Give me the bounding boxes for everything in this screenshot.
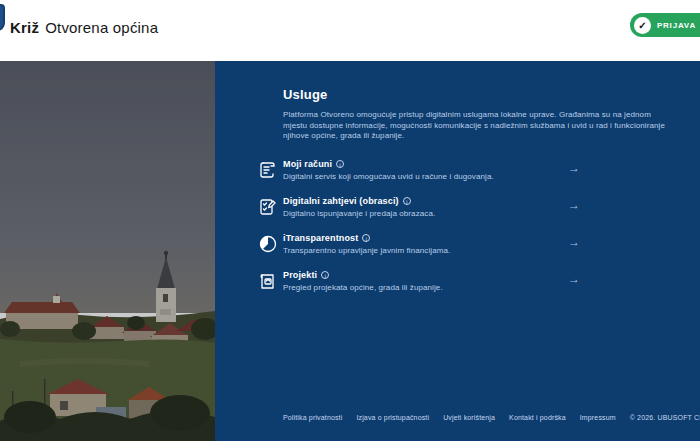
footer-link-impressum[interactable]: Impressum <box>580 414 616 421</box>
info-icon[interactable]: i <box>321 271 329 279</box>
footer-link-uvjeti-koristenja[interactable]: Uvjeti korištenja <box>443 414 495 421</box>
service-body: Projekti i Pregled projekata općine, gra… <box>283 270 443 292</box>
copyright-text: © 2026. UBUSOFT CICOM d.o.o. <box>630 414 700 421</box>
info-icon[interactable]: i <box>336 160 344 168</box>
service-moji-racuni[interactable]: Moji računi i Digitalni servis koji omog… <box>258 159 580 187</box>
footer-link-izjava-o-pristupacnosti[interactable]: Izjava o pristupačnosti <box>356 414 429 421</box>
blueprint-icon <box>258 271 278 291</box>
service-body: Moji računi i Digitalni servis koji omog… <box>283 159 494 181</box>
info-icon[interactable]: i <box>362 234 370 242</box>
form-checklist-icon <box>258 197 278 217</box>
hero-photo-village <box>0 61 215 441</box>
brand-name: Križ <box>10 19 39 36</box>
village-illustration <box>0 61 215 441</box>
info-icon[interactable]: i <box>403 197 411 205</box>
service-itransparentnost[interactable]: iTransparentnost i Transparentno upravlj… <box>258 233 580 261</box>
footer-link-politika-privatnosti[interactable]: Politika privatnosti <box>283 414 342 421</box>
panel-description: Platforma Otvoreno omogućuje pristup dig… <box>283 110 675 142</box>
arrow-right-icon[interactable]: → <box>568 198 580 212</box>
service-title: iTransparentnost <box>283 233 358 243</box>
service-description: Digitalni servis koji omogućava uvid u r… <box>283 172 494 181</box>
pie-chart-icon <box>258 234 278 254</box>
service-description: Digitalno ispunjavanje i predaja obrazac… <box>283 209 435 218</box>
brand[interactable]: Križ Otvorena općina <box>10 19 158 36</box>
check-icon: ✓ <box>634 17 651 34</box>
footer-link-kontakt-i-podrska[interactable]: Kontakt i podrška <box>509 414 566 421</box>
brand-tagline: Otvorena općina <box>45 19 158 36</box>
service-description: Transparentno upravljanje javnim financi… <box>283 246 450 255</box>
top-header: Križ Otvorena općina ✓ PRIJAVA <box>0 0 700 61</box>
arrow-right-icon[interactable]: → <box>568 235 580 249</box>
main-content: Usluge Platforma Otvoreno omogućuje pris… <box>0 61 700 441</box>
service-projekti[interactable]: Projekti i Pregled projekata općine, gra… <box>258 270 580 298</box>
service-title: Projekti <box>283 270 317 280</box>
municipality-logo <box>0 4 5 31</box>
arrow-right-icon[interactable]: → <box>568 161 580 175</box>
panel-title: Usluge <box>283 87 700 102</box>
service-digitalni-zahtjevi[interactable]: Digitalni zahtjevi (obrasci) i Digitalno… <box>258 196 580 224</box>
service-description: Pregled projekata općine, grada ili župa… <box>283 283 443 292</box>
arrow-right-icon[interactable]: → <box>568 272 580 286</box>
service-title: Digitalni zahtjevi (obrasci) <box>283 196 399 206</box>
services-list: Moji računi i Digitalni servis koji omog… <box>258 159 700 298</box>
service-title: Moji računi <box>283 159 332 169</box>
service-body: iTransparentnost i Transparentno upravlj… <box>283 233 450 255</box>
service-body: Digitalni zahtjevi (obrasci) i Digitalno… <box>283 196 435 218</box>
receipt-icon <box>258 160 278 180</box>
services-panel: Usluge Platforma Otvoreno omogućuje pris… <box>215 61 700 441</box>
login-button-label: PRIJAVA <box>657 21 696 30</box>
footer: Politika privatnosti Izjava o pristupačn… <box>283 414 700 421</box>
login-button[interactable]: ✓ PRIJAVA <box>630 13 700 37</box>
